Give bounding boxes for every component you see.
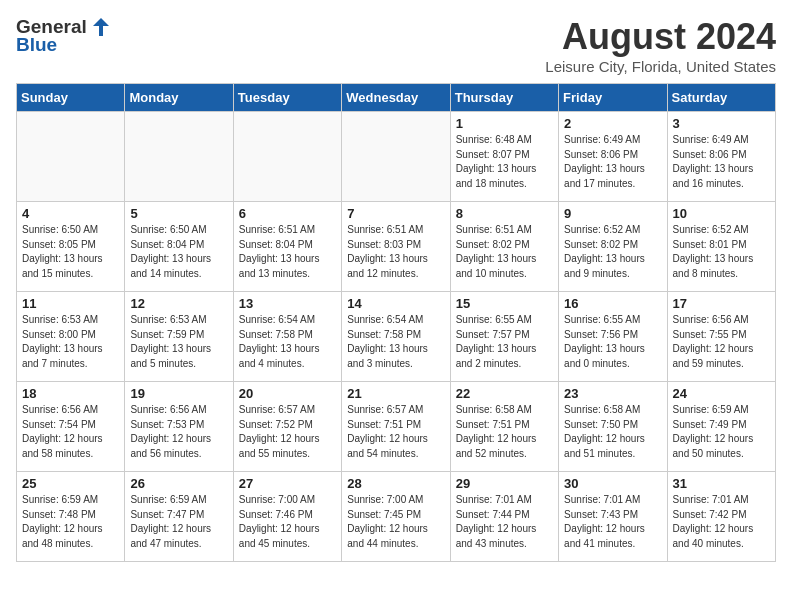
day-info: Sunrise: 7:00 AM Sunset: 7:46 PM Dayligh… (239, 493, 336, 551)
calendar-week-row: 25Sunrise: 6:59 AM Sunset: 7:48 PM Dayli… (17, 472, 776, 562)
calendar-subtitle: Leisure City, Florida, United States (545, 58, 776, 75)
day-number: 6 (239, 206, 336, 221)
svg-marker-0 (93, 18, 109, 36)
day-number: 28 (347, 476, 444, 491)
day-number: 21 (347, 386, 444, 401)
day-number: 30 (564, 476, 661, 491)
day-number: 7 (347, 206, 444, 221)
table-row: 4Sunrise: 6:50 AM Sunset: 8:05 PM Daylig… (17, 202, 125, 292)
table-row (125, 112, 233, 202)
table-row (17, 112, 125, 202)
table-row: 30Sunrise: 7:01 AM Sunset: 7:43 PM Dayli… (559, 472, 667, 562)
day-info: Sunrise: 6:53 AM Sunset: 7:59 PM Dayligh… (130, 313, 227, 371)
calendar-title: August 2024 (545, 16, 776, 58)
table-row: 23Sunrise: 6:58 AM Sunset: 7:50 PM Dayli… (559, 382, 667, 472)
table-row: 9Sunrise: 6:52 AM Sunset: 8:02 PM Daylig… (559, 202, 667, 292)
col-tuesday: Tuesday (233, 84, 341, 112)
day-info: Sunrise: 6:52 AM Sunset: 8:02 PM Dayligh… (564, 223, 661, 281)
day-info: Sunrise: 6:56 AM Sunset: 7:53 PM Dayligh… (130, 403, 227, 461)
day-number: 19 (130, 386, 227, 401)
table-row: 18Sunrise: 6:56 AM Sunset: 7:54 PM Dayli… (17, 382, 125, 472)
day-number: 4 (22, 206, 119, 221)
col-wednesday: Wednesday (342, 84, 450, 112)
table-row: 7Sunrise: 6:51 AM Sunset: 8:03 PM Daylig… (342, 202, 450, 292)
day-number: 1 (456, 116, 553, 131)
day-info: Sunrise: 6:52 AM Sunset: 8:01 PM Dayligh… (673, 223, 770, 281)
day-number: 10 (673, 206, 770, 221)
day-number: 20 (239, 386, 336, 401)
day-info: Sunrise: 6:59 AM Sunset: 7:48 PM Dayligh… (22, 493, 119, 551)
day-number: 5 (130, 206, 227, 221)
day-number: 18 (22, 386, 119, 401)
header: General Blue August 2024 Leisure City, F… (16, 16, 776, 75)
table-row: 14Sunrise: 6:54 AM Sunset: 7:58 PM Dayli… (342, 292, 450, 382)
calendar-table: Sunday Monday Tuesday Wednesday Thursday… (16, 83, 776, 562)
table-row: 2Sunrise: 6:49 AM Sunset: 8:06 PM Daylig… (559, 112, 667, 202)
table-row: 28Sunrise: 7:00 AM Sunset: 7:45 PM Dayli… (342, 472, 450, 562)
day-number: 22 (456, 386, 553, 401)
day-number: 26 (130, 476, 227, 491)
day-number: 8 (456, 206, 553, 221)
table-row: 19Sunrise: 6:56 AM Sunset: 7:53 PM Dayli… (125, 382, 233, 472)
day-info: Sunrise: 7:01 AM Sunset: 7:43 PM Dayligh… (564, 493, 661, 551)
col-monday: Monday (125, 84, 233, 112)
day-info: Sunrise: 6:59 AM Sunset: 7:47 PM Dayligh… (130, 493, 227, 551)
logo-icon (89, 16, 111, 38)
day-number: 2 (564, 116, 661, 131)
day-number: 13 (239, 296, 336, 311)
day-info: Sunrise: 6:51 AM Sunset: 8:03 PM Dayligh… (347, 223, 444, 281)
day-info: Sunrise: 6:50 AM Sunset: 8:05 PM Dayligh… (22, 223, 119, 281)
col-sunday: Sunday (17, 84, 125, 112)
day-info: Sunrise: 6:48 AM Sunset: 8:07 PM Dayligh… (456, 133, 553, 191)
day-number: 3 (673, 116, 770, 131)
calendar-week-row: 18Sunrise: 6:56 AM Sunset: 7:54 PM Dayli… (17, 382, 776, 472)
day-number: 12 (130, 296, 227, 311)
table-row: 24Sunrise: 6:59 AM Sunset: 7:49 PM Dayli… (667, 382, 775, 472)
calendar-week-row: 1Sunrise: 6:48 AM Sunset: 8:07 PM Daylig… (17, 112, 776, 202)
table-row: 15Sunrise: 6:55 AM Sunset: 7:57 PM Dayli… (450, 292, 558, 382)
table-row: 16Sunrise: 6:55 AM Sunset: 7:56 PM Dayli… (559, 292, 667, 382)
day-info: Sunrise: 6:49 AM Sunset: 8:06 PM Dayligh… (673, 133, 770, 191)
day-number: 9 (564, 206, 661, 221)
logo: General Blue (16, 16, 111, 56)
day-info: Sunrise: 7:01 AM Sunset: 7:42 PM Dayligh… (673, 493, 770, 551)
day-info: Sunrise: 6:51 AM Sunset: 8:04 PM Dayligh… (239, 223, 336, 281)
table-row: 11Sunrise: 6:53 AM Sunset: 8:00 PM Dayli… (17, 292, 125, 382)
day-number: 31 (673, 476, 770, 491)
day-info: Sunrise: 6:58 AM Sunset: 7:51 PM Dayligh… (456, 403, 553, 461)
table-row: 21Sunrise: 6:57 AM Sunset: 7:51 PM Dayli… (342, 382, 450, 472)
day-info: Sunrise: 6:58 AM Sunset: 7:50 PM Dayligh… (564, 403, 661, 461)
table-row: 17Sunrise: 6:56 AM Sunset: 7:55 PM Dayli… (667, 292, 775, 382)
day-info: Sunrise: 6:56 AM Sunset: 7:54 PM Dayligh… (22, 403, 119, 461)
day-info: Sunrise: 6:54 AM Sunset: 7:58 PM Dayligh… (239, 313, 336, 371)
day-info: Sunrise: 6:56 AM Sunset: 7:55 PM Dayligh… (673, 313, 770, 371)
table-row: 13Sunrise: 6:54 AM Sunset: 7:58 PM Dayli… (233, 292, 341, 382)
day-info: Sunrise: 7:00 AM Sunset: 7:45 PM Dayligh… (347, 493, 444, 551)
calendar-week-row: 11Sunrise: 6:53 AM Sunset: 8:00 PM Dayli… (17, 292, 776, 382)
col-friday: Friday (559, 84, 667, 112)
day-info: Sunrise: 7:01 AM Sunset: 7:44 PM Dayligh… (456, 493, 553, 551)
col-thursday: Thursday (450, 84, 558, 112)
day-info: Sunrise: 6:53 AM Sunset: 8:00 PM Dayligh… (22, 313, 119, 371)
table-row: 12Sunrise: 6:53 AM Sunset: 7:59 PM Dayli… (125, 292, 233, 382)
table-row: 25Sunrise: 6:59 AM Sunset: 7:48 PM Dayli… (17, 472, 125, 562)
day-number: 27 (239, 476, 336, 491)
day-info: Sunrise: 6:51 AM Sunset: 8:02 PM Dayligh… (456, 223, 553, 281)
day-info: Sunrise: 6:54 AM Sunset: 7:58 PM Dayligh… (347, 313, 444, 371)
day-number: 17 (673, 296, 770, 311)
table-row: 31Sunrise: 7:01 AM Sunset: 7:42 PM Dayli… (667, 472, 775, 562)
day-number: 15 (456, 296, 553, 311)
day-info: Sunrise: 6:57 AM Sunset: 7:51 PM Dayligh… (347, 403, 444, 461)
calendar-week-row: 4Sunrise: 6:50 AM Sunset: 8:05 PM Daylig… (17, 202, 776, 292)
day-info: Sunrise: 6:50 AM Sunset: 8:04 PM Dayligh… (130, 223, 227, 281)
table-row: 26Sunrise: 6:59 AM Sunset: 7:47 PM Dayli… (125, 472, 233, 562)
day-number: 11 (22, 296, 119, 311)
day-info: Sunrise: 6:55 AM Sunset: 7:57 PM Dayligh… (456, 313, 553, 371)
table-row (342, 112, 450, 202)
table-row: 10Sunrise: 6:52 AM Sunset: 8:01 PM Dayli… (667, 202, 775, 292)
day-info: Sunrise: 6:59 AM Sunset: 7:49 PM Dayligh… (673, 403, 770, 461)
day-number: 23 (564, 386, 661, 401)
logo-blue: Blue (16, 34, 57, 56)
table-row: 1Sunrise: 6:48 AM Sunset: 8:07 PM Daylig… (450, 112, 558, 202)
table-row: 29Sunrise: 7:01 AM Sunset: 7:44 PM Dayli… (450, 472, 558, 562)
